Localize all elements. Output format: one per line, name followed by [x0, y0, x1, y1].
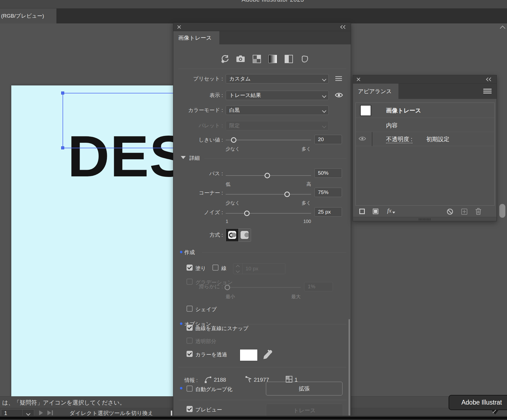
advanced-heading[interactable]: 詳細 — [189, 155, 200, 162]
selection-handle-bottomleft[interactable] — [61, 146, 64, 149]
outline-shape-icon[interactable] — [301, 55, 309, 63]
preset-select[interactable]: カスタム — [226, 74, 329, 84]
shape-label: シェイプ — [195, 306, 217, 313]
next-artboard-icon[interactable] — [39, 410, 43, 415]
noise-slider-handle[interactable] — [244, 211, 250, 216]
camera-icon[interactable] — [236, 55, 246, 63]
opacity-label[interactable]: 不透明度 : — [386, 135, 412, 143]
grayscale-gradient-icon[interactable] — [269, 55, 277, 63]
auto-color-icon[interactable] — [220, 54, 230, 64]
ignore-color-checkbox[interactable] — [187, 351, 193, 357]
app-title: Adobe Illustrator 2023 — [0, 0, 507, 3]
noise-value-field[interactable]: 25 px — [314, 207, 342, 217]
method-label: 方式 : — [173, 230, 223, 240]
color-mode-label: カラーモード : — [173, 106, 223, 115]
close-icon[interactable] — [356, 77, 361, 82]
last-artboard-icon[interactable] — [47, 410, 51, 415]
appearance-tab-row: アピアランス — [353, 84, 497, 99]
document-tab-bar: (RGB/プレビュー) — [0, 9, 507, 23]
eye-icon[interactable] — [335, 92, 343, 99]
stroke-checkbox[interactable] — [212, 265, 219, 271]
duplicate-item-icon[interactable] — [461, 209, 467, 215]
corners-slider[interactable] — [226, 194, 311, 195]
appearance-row-opacity[interactable]: 不透明度 : 初期設定 — [356, 132, 494, 146]
chevron-down-icon — [322, 77, 327, 82]
preview-checkbox[interactable] — [187, 406, 193, 412]
info-label: 情報 : — [184, 377, 198, 384]
window-edge-dark — [0, 417, 507, 419]
noise-label: ノイズ : — [173, 208, 223, 217]
noise-slider[interactable] — [226, 213, 311, 214]
tab-appearance[interactable]: アピアランス — [353, 84, 398, 99]
visibility-eye-icon[interactable] — [358, 136, 366, 142]
preset-menu-icon[interactable] — [335, 76, 343, 82]
preview-label: プレビュー — [195, 406, 222, 413]
scroll-up-icon[interactable] — [500, 26, 505, 31]
selection-top-edge[interactable] — [63, 93, 173, 93]
threshold-slider[interactable] — [226, 140, 311, 140]
chevron-down-icon — [322, 124, 327, 128]
selection-left-edge[interactable] — [63, 93, 63, 148]
ignore-color-swatch[interactable] — [240, 349, 258, 361]
corners-max-label: 多く — [226, 200, 311, 206]
chevron-up-icon — [236, 265, 240, 269]
paths-slider-handle[interactable] — [265, 173, 270, 178]
threshold-slider-handle[interactable] — [231, 137, 236, 143]
ignore-color-label: カラーを透過 — [195, 351, 227, 358]
close-icon[interactable] — [177, 25, 181, 29]
add-effect-icon[interactable]: fx — [387, 207, 395, 214]
appearance-row-image-trace[interactable]: 画像トレース — [356, 103, 494, 118]
color-mode-select[interactable]: 白黒 — [226, 106, 329, 115]
corners-value-field[interactable]: 75% — [314, 188, 342, 197]
noise-max-label: 100 — [226, 219, 311, 224]
auto-group-checkbox[interactable] — [187, 386, 193, 392]
traced-text[interactable]: DES — [68, 127, 173, 185]
vertical-scrollbar-thumb[interactable] — [499, 204, 505, 218]
method-overlapping-button[interactable] — [238, 229, 251, 241]
fill-swatch[interactable] — [360, 105, 371, 116]
paths-value-field[interactable]: 50% — [314, 168, 342, 178]
expand-button[interactable]: 拡張 — [266, 382, 343, 395]
document-tab[interactable]: (RGB/プレビュー) — [0, 9, 57, 23]
snap-curves-checkbox[interactable] — [187, 325, 193, 331]
opacity-value[interactable]: 初期設定 — [426, 135, 449, 143]
dock-tooltip: Adobe Illustrat — [449, 395, 507, 410]
modified-indicator-dot — [180, 387, 182, 389]
appearance-row-contents[interactable]: 内容 — [356, 118, 494, 132]
fill-checkbox[interactable] — [187, 265, 193, 271]
delete-item-icon[interactable] — [475, 208, 482, 215]
tab-image-trace[interactable]: 画像トレース — [173, 31, 219, 44]
trace-button: トレース — [266, 404, 343, 417]
add-fill-icon[interactable] — [373, 209, 378, 214]
method-abutting-button[interactable] — [226, 229, 238, 241]
view-select[interactable]: トレース結果 — [226, 91, 329, 100]
black-white-icon[interactable] — [285, 55, 293, 63]
collapse-icon[interactable] — [341, 25, 347, 29]
panel-scrollbar[interactable] — [349, 319, 350, 416]
corners-slider-handle[interactable] — [284, 192, 290, 197]
add-stroke-icon[interactable] — [359, 209, 365, 214]
panel-menu-icon[interactable] — [483, 89, 492, 94]
snap-curves-label: 曲線を直線にスナップ — [195, 325, 249, 332]
auto-group-label: 自動グループ化 — [195, 386, 232, 393]
triangle-down-icon — [392, 212, 395, 214]
shape-checkbox[interactable] — [187, 306, 193, 312]
threshold-value-field[interactable]: 20 — [314, 135, 342, 144]
collapse-icon[interactable] — [487, 78, 493, 81]
modified-indicator-dot — [180, 322, 182, 325]
selection-bottom-edge[interactable] — [63, 148, 173, 148]
selection-handle-topleft[interactable] — [61, 91, 64, 95]
appearance-panel-header — [353, 75, 497, 84]
chevron-down-icon — [26, 411, 31, 416]
corners-label: コーナー : — [173, 188, 223, 198]
clear-appearance-icon[interactable] — [447, 209, 453, 215]
clipped-icon — [171, 411, 172, 416]
panel-resize-grip[interactable] — [353, 217, 497, 221]
paths-slider[interactable] — [226, 175, 311, 176]
paths-max-label: 高 — [226, 181, 311, 187]
advanced-disclosure-icon[interactable] — [181, 156, 186, 159]
preset-label: プリセット : — [173, 74, 223, 84]
eyedropper-icon[interactable] — [262, 349, 274, 361]
color-quadrant-icon[interactable] — [253, 55, 261, 63]
artboard[interactable]: DES — [11, 85, 173, 399]
